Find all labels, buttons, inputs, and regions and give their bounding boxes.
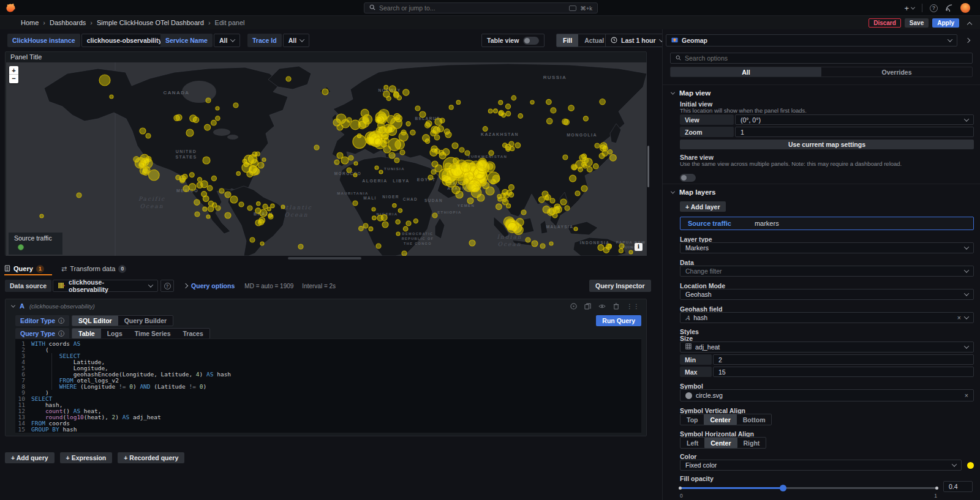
clear-icon[interactable]: × [957,314,961,321]
sql-line[interactable]: 10SELECT [15,396,641,402]
map-label: DEMOCRATIC [402,232,434,236]
map-view-section-header[interactable]: Map view [671,89,710,97]
symbol-select[interactable]: circle.svg × [680,389,974,401]
query-help-icon[interactable] [570,303,577,310]
valign-bottom[interactable]: Bottom [737,414,772,425]
add-recorded-query-button[interactable]: + Recorded query [118,452,184,463]
datasource-help-button[interactable]: ? [160,280,174,292]
min-input[interactable]: 2 [713,354,974,365]
data-select[interactable]: Change filter [680,266,974,277]
query-inspector-button[interactable]: Query Inspector [589,280,651,292]
sql-line[interactable]: 15GROUP BY hash [15,427,641,433]
query-type-label: Query Typei [15,328,69,339]
layer-row[interactable]: Source traffic markers [680,217,974,230]
sql-line[interactable]: 13 round(log10(heat), 2) AS adj_heat [15,414,641,420]
pane-splitter-handle[interactable] [288,257,361,259]
delete-query-icon[interactable] [613,303,619,310]
halign-right[interactable]: Right [737,438,766,448]
use-current-map-settings-button[interactable]: Use current map settings [680,140,974,149]
clear-icon[interactable]: × [965,392,968,399]
map-layers-section-header[interactable]: Map layers [671,188,715,196]
options-search-input[interactable] [685,54,967,62]
query-type-logs[interactable]: Logs [101,329,129,338]
transform-data-tab[interactable]: ⇄ Transform data 0 [61,263,126,274]
layer-type-select[interactable]: Markers [680,242,974,253]
fill-opacity-input[interactable]: 0.4 [943,481,973,492]
breadcrumb-dashboard-name[interactable]: Simple ClickHouse OTel Dashboard [97,19,204,26]
sql-line[interactable]: 9 ) [15,390,641,396]
time-range-picker[interactable]: Last 1 hour [605,34,669,47]
sql-line[interactable]: 2 ( [15,347,641,353]
size-field-select[interactable]: adj_heat [680,341,974,353]
max-input[interactable]: 15 [713,367,974,377]
panel-type-select[interactable]: Geomap [666,34,957,47]
sql-line[interactable]: 3 SELECT [15,353,641,359]
sql-line[interactable]: 4 Latitude, [15,359,641,365]
discard-button[interactable]: Discard [869,18,901,28]
query-type-timeseries[interactable]: Time Series [129,329,177,338]
datasource-select[interactable]: clickhouse-observability [53,280,158,292]
halign-center[interactable]: Center [704,438,737,448]
map-marker [375,166,379,170]
duplicate-query-icon[interactable] [584,303,591,310]
help-icon[interactable]: ? [930,4,938,12]
fill-option[interactable]: Fill [557,34,578,47]
query-type-traces[interactable]: Traces [177,329,209,338]
drag-handle-icon[interactable]: ⋮⋮ [627,303,640,310]
valign-top[interactable]: Top [680,414,704,425]
map-attribution-button[interactable]: i [635,243,643,251]
new-menu-button[interactable]: + [904,4,914,13]
filter-service-name-select[interactable]: All [214,34,240,47]
run-query-button[interactable]: Run Query [596,315,641,326]
zoom-input[interactable]: 1 [735,127,974,137]
options-tab-overrides[interactable]: Overrides [821,67,972,76]
avatar[interactable] [960,3,970,13]
news-icon[interactable] [945,4,953,13]
sql-line[interactable]: 1WITH coords AS [15,341,641,347]
halign-left[interactable]: Left [680,438,704,448]
add-expression-button[interactable]: + Expression [60,452,113,463]
sql-line[interactable]: 14FROM coords [15,420,641,427]
breadcrumb-dashboards[interactable]: Dashboards [50,19,86,26]
query-options-link[interactable]: Query options [191,282,235,289]
global-search[interactable]: ⌘+k [364,2,598,13]
scrollbar-thumb[interactable] [647,146,649,187]
options-tab-all[interactable]: All [671,67,821,76]
color-select[interactable]: Fixed color [680,460,962,471]
sql-line[interactable]: 8 WHERE (Longitude != 0) AND (Latitude !… [15,384,641,390]
filter-trace-id-select[interactable]: All [283,34,309,47]
add-query-button[interactable]: + Add query [5,452,55,463]
slider-handle[interactable] [780,485,786,491]
save-button[interactable]: Save [905,18,929,28]
geohash-field-select[interactable]: A hash × [680,312,974,323]
table-view-toggle[interactable] [523,37,539,45]
query-tab[interactable]: Query 1 [4,263,44,274]
geomap-canvas[interactable]: RUSSIACANADAUNITEDSTATESMEXICOBRAZILKAZA… [6,62,647,256]
map-zoom-out-button[interactable]: − [9,75,18,83]
collapse-options-icon[interactable] [965,38,970,43]
breadcrumb-home[interactable]: Home [21,19,39,26]
collapse-header-icon[interactable] [967,21,972,26]
share-view-toggle[interactable] [680,174,696,182]
fill-opacity-slider[interactable]: 0 1 [680,485,937,491]
sql-editor[interactable]: 1WITH coords AS2 (3 SELECT4 Latitude,5 L… [15,338,641,433]
sql-line[interactable]: 11 hash, [15,402,641,408]
apply-button[interactable]: Apply [932,18,959,28]
query-options-chevron-icon[interactable] [183,283,188,288]
query-type-table[interactable]: Table [72,329,101,338]
valign-center[interactable]: Center [704,414,736,425]
add-layer-button[interactable]: + Add layer [680,201,726,212]
color-swatch[interactable] [967,462,974,469]
query-row-header[interactable]: A (clickhouse-observability) ⋮⋮ [6,299,646,313]
query-builder-option[interactable]: Query Builder [118,316,173,326]
location-mode-select[interactable]: Geohash [680,289,974,300]
search-input[interactable] [379,4,565,12]
map-marker [211,120,217,125]
sql-editor-option[interactable]: SQL Editor [72,316,118,326]
view-select[interactable]: (0°, 0°) [735,114,974,125]
map-zoom-in-button[interactable]: + [9,66,18,75]
layer-name[interactable]: Source traffic [688,220,731,227]
grafana-logo[interactable] [5,2,17,13]
hide-query-icon[interactable] [598,303,606,310]
options-search[interactable] [670,53,973,64]
